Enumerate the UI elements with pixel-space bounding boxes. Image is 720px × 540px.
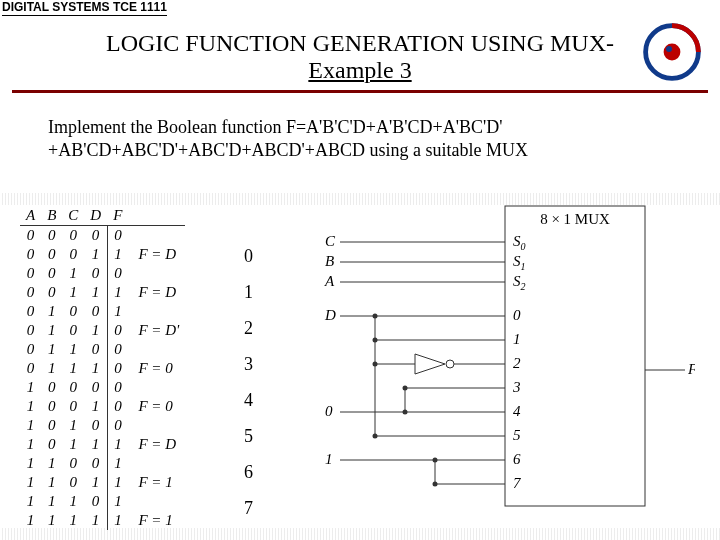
th-F: F <box>107 206 128 226</box>
task-text: Implement the Boolean function F=A'B'C'D… <box>48 116 672 161</box>
cell <box>128 454 185 473</box>
mux-input-labels: 0 1 2 3 4 5 6 7 <box>512 307 522 491</box>
cell <box>128 264 185 283</box>
cell: 1 <box>107 302 128 321</box>
cell: F = 0 <box>128 359 185 378</box>
cell <box>128 378 185 397</box>
cell: 0 <box>84 454 107 473</box>
cell <box>128 416 185 435</box>
table-row: 00100 <box>20 264 185 283</box>
cell: 0 <box>62 302 84 321</box>
cell: 1 <box>41 454 62 473</box>
cell: 1 <box>84 397 107 416</box>
sel-lines: C S0 B S1 A S2 <box>324 233 526 292</box>
svg-point-26 <box>373 338 378 343</box>
cell: 0 <box>62 378 84 397</box>
table-row: 00000 <box>20 226 185 246</box>
cell: 0 <box>84 302 107 321</box>
cell <box>128 492 185 511</box>
idx-7: 7 <box>244 490 253 526</box>
zero-label: 0 <box>325 403 333 419</box>
one-label: 1 <box>325 451 333 467</box>
cell: 0 <box>41 245 62 264</box>
th-B: B <box>41 206 62 226</box>
cell: 0 <box>107 264 128 283</box>
cell: 1 <box>107 283 128 302</box>
slide-title: LOGIC FUNCTION GENERATION USING MUX- Exa… <box>0 30 720 84</box>
svg-point-37 <box>403 386 408 391</box>
cell: 1 <box>41 359 62 378</box>
cell: 1 <box>41 492 62 511</box>
mux-title: 8 × 1 MUX <box>540 211 610 227</box>
svg-rect-3 <box>505 206 645 506</box>
table-row: 11101 <box>20 492 185 511</box>
cell: 0 <box>41 435 62 454</box>
cell: 0 <box>20 359 41 378</box>
cell: 0 <box>41 416 62 435</box>
d-label: D <box>324 307 336 323</box>
cell: 1 <box>107 454 128 473</box>
svg-point-28 <box>373 362 378 367</box>
cell: 0 <box>41 283 62 302</box>
cell: 1 <box>62 492 84 511</box>
title-underline <box>12 90 708 93</box>
cell: 1 <box>107 492 128 511</box>
th-C: C <box>62 206 84 226</box>
cell: 0 <box>84 264 107 283</box>
cell: 1 <box>62 359 84 378</box>
cell: 0 <box>107 378 128 397</box>
table-row: 10000 <box>20 378 185 397</box>
institution-logo-icon <box>642 22 702 82</box>
cell: 1 <box>84 245 107 264</box>
idx-0: 0 <box>244 238 253 274</box>
table-row: 01010F = D' <box>20 321 185 340</box>
cell: 1 <box>20 435 41 454</box>
svg-text:B: B <box>325 253 334 269</box>
cell: F = 1 <box>128 511 185 530</box>
course-code: DIGITAL SYSTEMS TCE 1111 <box>2 0 167 16</box>
svg-text:7: 7 <box>513 475 522 491</box>
cell: 1 <box>20 397 41 416</box>
cell: 0 <box>41 264 62 283</box>
cell: 1 <box>84 359 107 378</box>
svg-point-33 <box>373 434 378 439</box>
svg-text:5: 5 <box>513 427 521 443</box>
cell: 0 <box>20 226 41 246</box>
table-row: 11001 <box>20 454 185 473</box>
cell: 1 <box>41 473 62 492</box>
row-group-index: 0 1 2 3 4 5 6 7 <box>244 238 253 526</box>
cell: 0 <box>84 226 107 246</box>
cell: F = D <box>128 435 185 454</box>
svg-point-2 <box>666 46 672 52</box>
cell: 0 <box>41 378 62 397</box>
title-line-2: Example 3 <box>0 57 720 84</box>
cell: 0 <box>84 416 107 435</box>
cell: 0 <box>41 226 62 246</box>
cell: 1 <box>62 435 84 454</box>
svg-text:6: 6 <box>513 451 521 467</box>
idx-3: 3 <box>244 346 253 382</box>
cell: 1 <box>20 454 41 473</box>
cell: 0 <box>41 397 62 416</box>
cell: 1 <box>20 492 41 511</box>
cell <box>128 226 185 246</box>
cell: 1 <box>41 340 62 359</box>
svg-point-39 <box>403 410 408 415</box>
cell: 1 <box>107 245 128 264</box>
cell: 0 <box>20 302 41 321</box>
cell: F = 1 <box>128 473 185 492</box>
cell: 1 <box>62 264 84 283</box>
idx-4: 4 <box>244 382 253 418</box>
cell: 1 <box>84 321 107 340</box>
table-row: 10111F = D <box>20 435 185 454</box>
table-row: 10010F = 0 <box>20 397 185 416</box>
cell: 1 <box>20 378 41 397</box>
idx-6: 6 <box>244 454 253 490</box>
cell: 0 <box>62 226 84 246</box>
cell: 0 <box>107 416 128 435</box>
cell: 0 <box>20 340 41 359</box>
cell: 0 <box>107 340 128 359</box>
table-row: 10100 <box>20 416 185 435</box>
table-row: 00011F = D <box>20 245 185 264</box>
table-row: 01001 <box>20 302 185 321</box>
